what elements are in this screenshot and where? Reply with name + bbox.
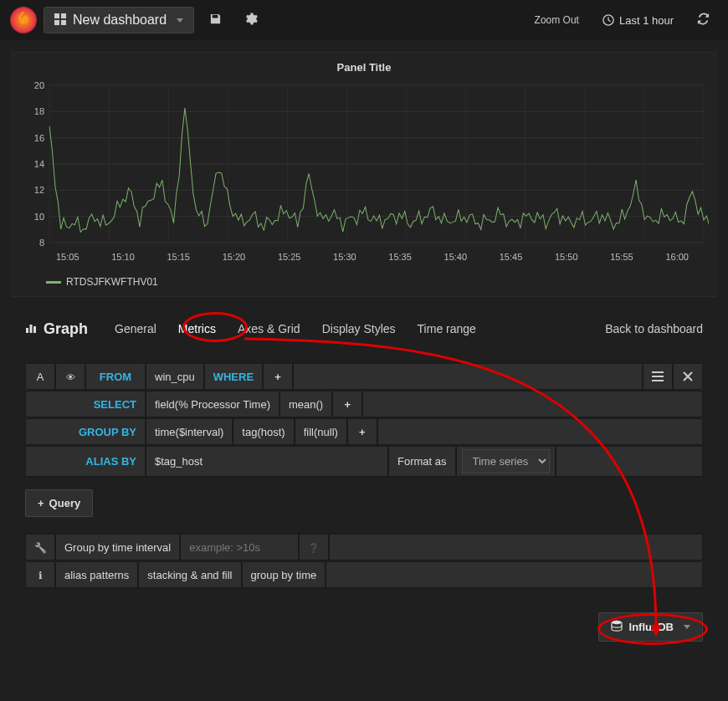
groupby-tag[interactable]: tag(host) — [233, 418, 294, 445]
group-by-time-link[interactable]: group by time — [242, 561, 326, 588]
wrench-cell[interactable] — [25, 534, 55, 560]
database-icon — [611, 620, 623, 634]
groupby-fill[interactable]: fill(null) — [295, 418, 347, 445]
group-by-interval-input[interactable] — [189, 541, 290, 554]
groupby-add-button[interactable]: + — [347, 418, 377, 445]
aliasby-value[interactable]: $tag_host — [146, 446, 388, 477]
svg-rect-33 — [33, 326, 36, 333]
svg-rect-34 — [652, 371, 664, 373]
svg-text:12: 12 — [34, 185, 44, 195]
query-row-aliasby: ALIAS BY $tag_host Format as Time series — [25, 446, 703, 477]
svg-rect-2 — [54, 20, 59, 25]
query-remove-button[interactable] — [673, 363, 703, 390]
group-by-interval-help[interactable] — [299, 534, 329, 560]
settings-button[interactable] — [237, 8, 266, 33]
svg-text:14: 14 — [34, 159, 44, 169]
chevron-down-icon — [177, 18, 183, 23]
svg-text:16: 16 — [34, 133, 44, 143]
info-cell[interactable] — [25, 561, 55, 588]
svg-rect-0 — [54, 13, 59, 18]
from-measurement[interactable]: win_cpu — [146, 363, 204, 390]
dashboard-title: New dashboard — [73, 13, 167, 28]
from-keyword[interactable]: FROM — [85, 363, 146, 390]
select-field[interactable]: field(% Processor Time) — [146, 391, 279, 417]
grafana-logo-icon[interactable] — [10, 7, 37, 33]
alias-patterns-link[interactable]: alias patterns — [55, 561, 138, 588]
toggle-query-visibility[interactable] — [55, 363, 85, 390]
panel-title: Panel Title — [13, 53, 715, 77]
wrench-icon — [34, 541, 47, 554]
plus-icon: + — [274, 371, 281, 383]
stacking-fill-link[interactable]: stacking & and fill — [138, 561, 241, 588]
x-axis-ticks: 15:0515:1015:1515:2015:2515:3015:3515:40… — [19, 250, 709, 262]
svg-rect-36 — [652, 380, 664, 381]
refresh-button[interactable] — [689, 8, 718, 33]
tab-metrics[interactable]: Metrics — [177, 319, 218, 339]
legend-series-name: RTDSJFKWFTHV01 — [66, 276, 158, 288]
svg-text:20: 20 — [34, 80, 44, 90]
svg-text:8: 8 — [39, 238, 44, 248]
groupby-keyword[interactable]: GROUP BY — [25, 418, 146, 445]
panel-type-label: Graph — [25, 320, 88, 338]
back-to-dashboard-link[interactable]: Back to dashboard — [605, 322, 703, 335]
top-bar: New dashboard Zoom Out Last 1 hour — [0, 0, 728, 40]
format-as-cell: Time series — [456, 446, 556, 477]
aliasby-keyword[interactable]: ALIAS BY — [25, 446, 146, 477]
info-icon — [38, 569, 43, 581]
plus-icon: + — [344, 398, 351, 411]
clock-icon — [602, 14, 614, 26]
eye-icon — [66, 371, 75, 383]
help-icon — [308, 541, 320, 554]
datasource-picker-button[interactable]: InfluxDB — [598, 612, 703, 642]
query-menu-button[interactable] — [643, 363, 673, 390]
group-by-interval-label: Group by time interval — [55, 534, 180, 560]
editor-header: Graph General Metrics Axes & Grid Displa… — [12, 309, 716, 350]
select-add-button[interactable]: + — [332, 391, 362, 417]
svg-rect-1 — [61, 13, 66, 18]
tab-general[interactable]: General — [113, 319, 158, 339]
select-aggregation[interactable]: mean() — [279, 391, 332, 417]
datasource-row: InfluxDB — [12, 596, 716, 655]
svg-point-37 — [612, 621, 622, 624]
time-range-picker[interactable]: Last 1 hour — [594, 9, 682, 32]
zoom-out-button[interactable]: Zoom Out — [526, 9, 587, 31]
plus-icon: + — [38, 497, 44, 509]
svg-text:10: 10 — [34, 212, 44, 222]
groupby-time[interactable]: time($interval) — [146, 418, 233, 445]
dashboard-picker-button[interactable]: New dashboard — [44, 7, 194, 33]
tab-display-styles[interactable]: Display Styles — [320, 319, 397, 339]
help-links-row: alias patterns stacking & and fill group… — [25, 561, 703, 588]
add-query-button[interactable]: + Query — [25, 489, 93, 517]
query-editor: A FROM win_cpu WHERE + SELECT field(% Pr… — [12, 350, 716, 596]
where-add-button[interactable]: + — [263, 363, 293, 390]
chart-legend[interactable]: RTDSJFKWFTHV01 — [13, 269, 715, 296]
editor-tabs: General Metrics Axes & Grid Display Styl… — [113, 319, 478, 339]
graph-panel: Panel Title 8101214161820 15:0515:1015:1… — [12, 52, 716, 297]
bar-chart-icon — [25, 320, 37, 338]
query-row-id[interactable]: A — [25, 363, 55, 390]
time-range-label: Last 1 hour — [619, 14, 674, 27]
query-row-select: SELECT field(% Processor Time) mean() + — [25, 391, 703, 417]
svg-rect-3 — [61, 20, 66, 25]
format-as-label: Format as — [388, 446, 456, 477]
tab-time-range[interactable]: Time range — [416, 319, 478, 339]
query-row-from: A FROM win_cpu WHERE + — [25, 363, 703, 390]
query-row-spacer — [293, 363, 643, 390]
datasource-label: InfluxDB — [629, 621, 674, 633]
tab-axes-grid[interactable]: Axes & Grid — [236, 319, 302, 339]
chevron-down-icon — [684, 625, 690, 629]
line-chart: 8101214161820 — [19, 80, 709, 248]
plus-icon: + — [359, 426, 366, 438]
query-row-groupby: GROUP BY time($interval) tag(host) fill(… — [25, 418, 703, 445]
chart-area[interactable]: 8101214161820 15:0515:1015:1515:2015:251… — [13, 77, 715, 269]
save-button[interactable] — [201, 8, 230, 33]
group-by-interval-row: Group by time interval — [25, 534, 703, 560]
format-as-select[interactable]: Time series — [462, 449, 550, 473]
select-keyword[interactable]: SELECT — [25, 391, 146, 417]
svg-text:18: 18 — [34, 106, 44, 116]
where-keyword[interactable]: WHERE — [204, 363, 263, 390]
svg-rect-32 — [30, 325, 33, 333]
svg-rect-35 — [652, 376, 664, 377]
group-by-interval-input-cell — [180, 534, 299, 560]
panel-editor: Graph General Metrics Axes & Grid Displa… — [12, 309, 716, 655]
